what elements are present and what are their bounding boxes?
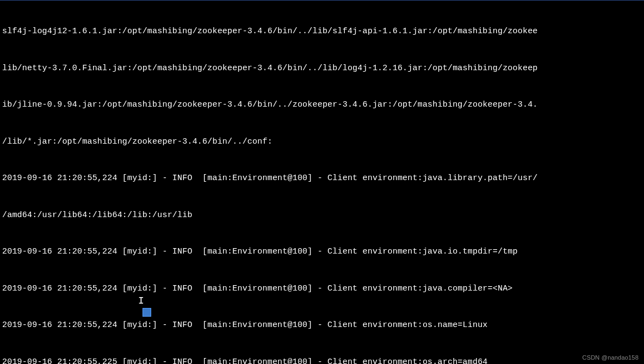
- log-line: slf4j-log4j12-1.6.1.jar:/opt/mashibing/z…: [2, 26, 644, 38]
- log-line: 2019-09-16 21:20:55,224 [myid:] - INFO […: [2, 246, 644, 258]
- log-line: 2019-09-16 21:20:55,224 [myid:] - INFO […: [2, 172, 644, 185]
- log-line: /lib/*.jar:/opt/mashibing/zookeeper-3.4.…: [2, 136, 644, 149]
- log-line: 2019-09-16 21:20:55,224 [myid:] - INFO […: [2, 283, 644, 295]
- log-line: 2019-09-16 21:20:55,225 [myid:] - INFO […: [2, 356, 644, 365]
- log-line: 2019-09-16 21:20:55,224 [myid:] - INFO […: [2, 319, 644, 332]
- log-line: lib/netty-3.7.0.Final.jar:/opt/mashibing…: [2, 63, 644, 75]
- terminal-output[interactable]: slf4j-log4j12-1.6.1.jar:/opt/mashibing/z…: [0, 0, 644, 364]
- log-line: /amd64:/usr/lib64:/lib64:/lib:/usr/lib: [2, 209, 644, 222]
- log-line: ib/jline-0.9.94.jar:/opt/mashibing/zooke…: [2, 99, 644, 112]
- watermark-text: CSDN @nandao158: [583, 353, 639, 362]
